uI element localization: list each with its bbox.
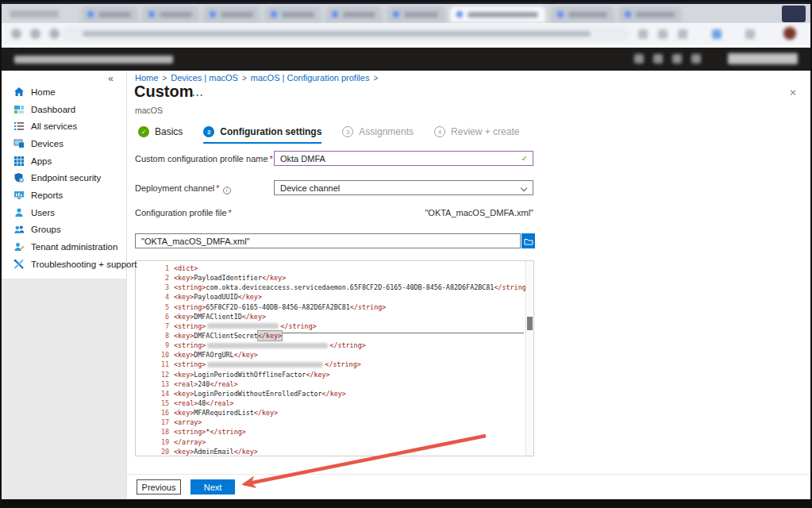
browser-tab[interactable] — [618, 6, 682, 22]
breadcrumb-separator: > — [373, 74, 378, 83]
browser-tab[interactable] — [551, 6, 614, 22]
code-token: <key> — [174, 273, 194, 283]
code-token: <array> — [174, 418, 202, 427]
tab-configuration-settings[interactable]: 2Configuration settings — [203, 126, 321, 144]
extension-icon[interactable] — [638, 29, 648, 39]
code-token: DMFAClientID — [194, 312, 242, 321]
code-line: 20<key>AdminEmail</key> — [136, 447, 524, 456]
portal-search-icon[interactable] — [634, 54, 644, 64]
extension-icon[interactable] — [678, 29, 687, 39]
profile-name-input[interactable]: Okta DMFA ✓ — [274, 151, 533, 166]
code-line: 5<string>65F8CF2D-6165-40DB-8456-A82D6FA… — [136, 302, 524, 312]
extension-icon[interactable] — [658, 29, 668, 39]
code-token: </key> — [306, 370, 329, 379]
code-token: </string> — [329, 341, 365, 350]
tab-review-create[interactable]: 4Review + create — [434, 126, 519, 144]
xml-code-viewer[interactable]: 1<dict>2<key>PayloadIdentifier</key>3<st… — [135, 260, 534, 456]
deployment-channel-label: Deployment channel*i — [135, 183, 231, 194]
code-token: com.okta.deviceaccess.servicedaemon.65F8… — [206, 283, 494, 292]
sidebar-item-dashboard[interactable]: Dashboard — [2, 101, 126, 118]
browser-profile-block[interactable] — [782, 6, 806, 22]
browser-tab-strip — [2, 4, 810, 23]
browser-tab[interactable] — [203, 6, 260, 22]
window-controls-blur — [10, 10, 59, 17]
code-token: </array> — [174, 437, 206, 447]
breadcrumb-separator: > — [242, 74, 247, 83]
line-number: 9 — [136, 341, 169, 350]
devices-icon — [13, 137, 25, 150]
code-scrollbar[interactable] — [525, 261, 533, 456]
next-button[interactable]: Next — [190, 479, 235, 495]
tab-basics[interactable]: ✓Basics — [138, 126, 183, 144]
code-token: PayloadUUID — [194, 292, 237, 302]
code-token: <key> — [174, 331, 194, 341]
step-label: Basics — [155, 126, 183, 137]
portal-help-icon[interactable] — [691, 54, 701, 64]
back-icon[interactable] — [11, 29, 21, 39]
breadcrumb-link[interactable]: Home — [135, 73, 158, 83]
code-token: </real> — [206, 398, 233, 408]
code-token: PayloadIdentifier — [194, 273, 262, 283]
code-token: LoginPeriodWithOfflineFactor — [194, 370, 306, 379]
browser-tab[interactable] — [387, 6, 445, 22]
portal-account-blur[interactable] — [728, 53, 798, 64]
line-number: 11 — [136, 360, 169, 369]
line-number: 5 — [136, 302, 169, 312]
previous-button[interactable]: Previous — [137, 479, 181, 495]
tab-assignments[interactable]: 3Assignments — [342, 126, 414, 144]
info-icon[interactable]: i — [223, 187, 231, 194]
sidebar-item-users[interactable]: Users — [2, 204, 126, 221]
code-token: 240 — [198, 379, 210, 389]
close-icon[interactable]: ✕ — [789, 87, 797, 98]
breadcrumb-link[interactable]: macOS | Configuration profiles — [251, 73, 370, 83]
portal-top-bar — [2, 48, 810, 71]
sidebar-item-endpoint-security[interactable]: Endpoint security — [2, 169, 126, 187]
code-token: </string> — [325, 360, 360, 369]
browser-tab[interactable] — [81, 6, 138, 22]
step-label: Review + create — [451, 126, 519, 137]
sidebar-item-all-services[interactable]: All services — [2, 117, 126, 135]
deployment-channel-select[interactable]: Device channel — [274, 180, 533, 195]
browser-menu-icon[interactable] — [745, 29, 755, 39]
step-number-badge: 2 — [203, 126, 214, 137]
portal-notifications-icon[interactable] — [653, 54, 663, 64]
code-token: <key> — [174, 389, 194, 398]
code-token: <key> — [174, 408, 194, 418]
code-scrollbar-thumb[interactable] — [527, 317, 533, 330]
code-token: </key> — [254, 408, 278, 418]
sidebar-item-devices[interactable]: Devices — [2, 135, 126, 152]
browser-avatar[interactable] — [783, 27, 796, 40]
browser-tab[interactable] — [450, 6, 545, 22]
profile-file-input[interactable]: "OKTA_macOS_DMFA.xml" — [135, 233, 521, 248]
browser-tab[interactable] — [142, 6, 199, 22]
sidebar-item-label: Home — [31, 87, 56, 97]
sidebar-item-label: Tenant administration — [31, 242, 117, 252]
browser-tab[interactable] — [325, 6, 383, 22]
ellipsis-icon[interactable]: ··· — [192, 90, 204, 101]
portal-settings-icon[interactable] — [672, 54, 682, 64]
redacted-value — [207, 343, 328, 348]
code-line: 1<dict> — [136, 264, 524, 273]
sidebar-item-tenant-administration[interactable]: Tenant administration — [2, 238, 126, 256]
url-input[interactable] — [62, 26, 630, 41]
line-number: 7 — [136, 321, 169, 331]
sidebar-item-troubleshooting-support[interactable]: Troubleshooting + support — [2, 256, 126, 273]
breadcrumb-link[interactable]: Devices | macOS — [171, 73, 238, 83]
extension-icon[interactable] — [712, 29, 722, 39]
sidebar-item-home[interactable]: Home — [2, 83, 126, 101]
tab-label-blur — [404, 12, 438, 17]
browser-tab[interactable] — [264, 6, 321, 22]
page-title: Custom — [134, 83, 193, 101]
sidebar-item-groups[interactable]: Groups — [2, 221, 126, 239]
sidebar-item-apps[interactable]: Apps — [2, 152, 126, 170]
code-token: </string> — [280, 321, 316, 331]
refresh-icon[interactable] — [49, 29, 60, 39]
browser-tabs — [2, 4, 810, 23]
sidebar-collapse-icon[interactable]: « — [108, 73, 114, 84]
sidebar-item-reports[interactable]: Reports — [2, 187, 126, 204]
browse-file-button[interactable] — [521, 233, 535, 248]
sidebar-item-label: Users — [31, 208, 55, 217]
code-token: 48 — [198, 398, 206, 408]
code-token: </string> — [494, 283, 529, 292]
forward-icon[interactable] — [30, 29, 40, 39]
